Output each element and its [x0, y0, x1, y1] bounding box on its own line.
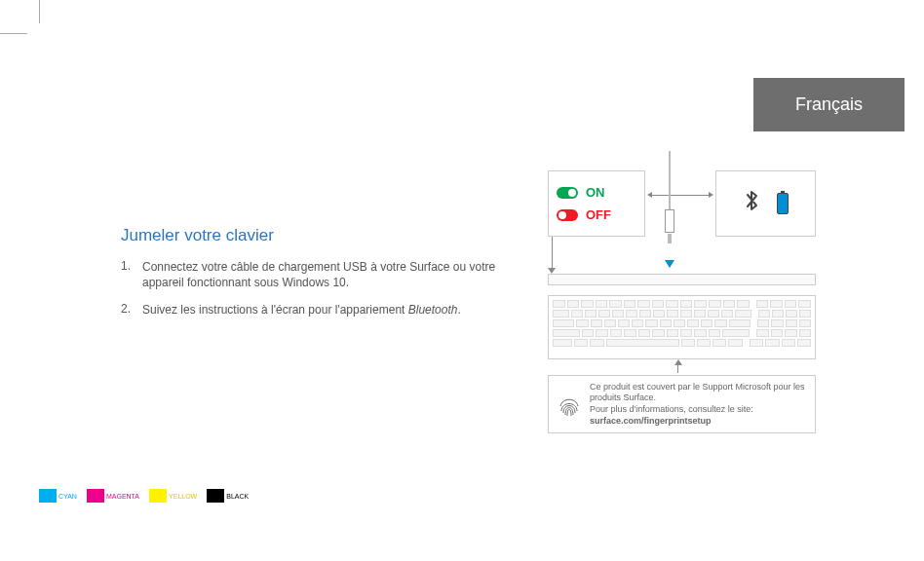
step-text: Connectez votre câble de chargement USB … — [142, 259, 511, 290]
support-info-box: Ce produit est couvert par le Support Mi… — [548, 375, 816, 433]
instructions-column: Jumeler votre clavier 1. Connectez votre… — [121, 226, 511, 330]
toggle-off-icon — [557, 209, 578, 221]
info-line-1: Ce produit est couvert par le Support Mi… — [590, 382, 805, 404]
swatch-magenta — [87, 489, 104, 503]
swatch-black — [207, 489, 224, 503]
power-switch-callout: ON OFF — [548, 170, 645, 237]
step-number: 1. — [121, 259, 142, 290]
usb-insert-arrow-icon — [665, 260, 674, 268]
swatch-label-black: BLACK — [224, 493, 254, 500]
info-line-2: Pour plus d'informations, consultez le s… — [590, 404, 805, 416]
step-number: 2. — [121, 302, 142, 318]
info-url: surface.com/fingerprintsetup — [590, 416, 805, 428]
swatch-label-magenta: MAGENTA — [104, 493, 145, 500]
crop-mark-vertical — [39, 0, 40, 23]
swatch-yellow — [149, 489, 167, 503]
step-text-prefix: Suivez les instructions à l'écran pour l… — [142, 303, 408, 317]
page-title: Jumeler votre clavier — [121, 226, 511, 245]
swatch-label-yellow: YELLOW — [167, 493, 203, 500]
step-1: 1. Connectez votre câble de chargement U… — [121, 259, 511, 290]
fingerprint-icon — [558, 392, 580, 417]
off-label: OFF — [586, 207, 611, 222]
step-text-em: Bluetooth — [408, 303, 458, 317]
language-tab: Français — [753, 78, 905, 131]
on-label: ON — [586, 185, 605, 200]
step-text: Suivez les instructions à l'écran pour l… — [142, 302, 461, 318]
swatch-cyan — [39, 489, 57, 503]
battery-icon — [777, 193, 789, 214]
toggle-on-icon — [557, 187, 578, 199]
print-color-bar: CYAN MAGENTA YELLOW BLACK — [39, 489, 258, 503]
connector-arrow — [651, 195, 710, 196]
switch-on-row: ON — [557, 185, 636, 200]
bluetooth-icon — [744, 188, 761, 219]
usb-cable-icon — [663, 151, 676, 268]
keyboard-top-edge — [548, 274, 816, 285]
switch-pointer-arrow — [548, 237, 556, 274]
keyboard-illustration — [548, 295, 816, 359]
support-info-text: Ce produit est couvert par le Support Mi… — [590, 382, 805, 428]
switch-off-row: OFF — [557, 207, 636, 222]
step-2: 2. Suivez les instructions à l'écran pou… — [121, 302, 511, 318]
fingerprint-pointer-arrow — [674, 359, 682, 373]
swatch-label-cyan: CYAN — [57, 493, 83, 500]
step-text-suffix: . — [457, 303, 460, 317]
bluetooth-battery-callout — [715, 170, 816, 237]
crop-mark-horizontal — [0, 33, 27, 34]
